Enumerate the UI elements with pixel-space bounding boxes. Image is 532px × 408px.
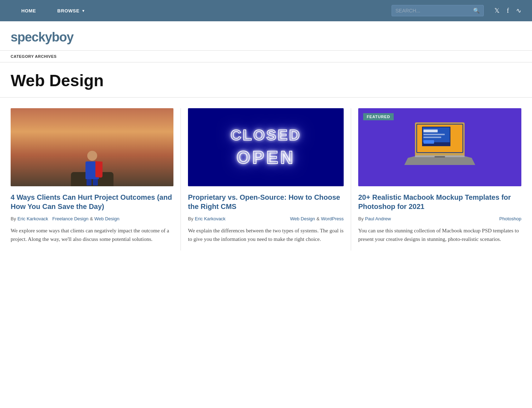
article-card-1: 4 Ways Clients Can Hurt Project Outcomes…	[11, 108, 181, 250]
article-image-1	[11, 108, 173, 186]
tag-3-0[interactable]: Photoshop	[499, 216, 521, 221]
author-3[interactable]: Paul Andrew	[365, 216, 391, 221]
page-title: Web Design	[11, 71, 521, 90]
nav-links: HOME BROWSE ▼	[11, 0, 96, 21]
meta-and-2: &	[316, 216, 320, 221]
article-grid: 4 Ways Clients Can Hurt Project Outcomes…	[11, 108, 521, 250]
article-excerpt-1: We explore some ways that clients can ne…	[11, 226, 173, 243]
featured-badge: FEATURED	[363, 113, 394, 120]
search-input[interactable]	[395, 8, 471, 13]
svg-rect-8	[423, 140, 434, 144]
tag-1-0[interactable]: Freelance Design	[52, 216, 89, 221]
logo-blue-text: boy	[52, 30, 73, 44]
superman-cape	[95, 161, 102, 178]
category-archives-bar: CATEGORY ARCHIVES	[0, 50, 532, 62]
article-image-3: FEATURED	[358, 108, 521, 186]
page-title-section: Web Design	[0, 62, 532, 97]
superman-body	[85, 161, 99, 179]
by-label-2: By	[188, 216, 193, 221]
nav-social: 𝕏 f ∿	[494, 7, 521, 15]
category-archives-label: CATEGORY ARCHIVES	[11, 54, 57, 59]
nav-browse[interactable]: BROWSE ▼	[47, 0, 96, 21]
meta-and-1: &	[90, 216, 93, 221]
svg-rect-10	[434, 156, 445, 158]
article-title-3[interactable]: 20+ Realistic Macbook Mockup Templates f…	[358, 193, 521, 211]
logo-black-text: specky	[11, 30, 52, 44]
svg-rect-6	[423, 134, 445, 135]
article-card-3: FEATURED	[351, 108, 521, 250]
svg-rect-5	[423, 129, 438, 132]
tag-1-1[interactable]: Web Design	[94, 216, 120, 221]
superman-figure	[82, 151, 103, 179]
svg-rect-7	[423, 137, 441, 138]
author-1[interactable]: Eric Karkovack	[17, 216, 48, 221]
neon-open-text: OPEN	[237, 147, 295, 168]
tag-2-1[interactable]: WordPress	[321, 216, 344, 221]
site-logo[interactable]: speckyboy	[11, 30, 521, 45]
macbook-illustration	[404, 119, 475, 176]
chevron-down-icon: ▼	[82, 9, 85, 13]
superman-head	[87, 151, 97, 161]
article-meta-2: By Eric Karkovack Web Design & WordPress	[188, 216, 344, 221]
superman-legs	[82, 179, 103, 186]
article-title-2[interactable]: Proprietary vs. Open-Source: How to Choo…	[188, 193, 344, 211]
tag-2-0[interactable]: Web Design	[290, 216, 315, 221]
article-meta-3: By Paul Andrew Photoshop	[358, 216, 521, 221]
facebook-icon[interactable]: f	[507, 7, 509, 15]
neon-closed-text: CLOSED	[231, 127, 301, 144]
nav-home[interactable]: HOME	[11, 0, 47, 21]
rss-icon[interactable]: ∿	[516, 7, 521, 15]
twitter-icon[interactable]: 𝕏	[494, 7, 500, 15]
article-excerpt-2: We explain the differences between the t…	[188, 226, 344, 243]
article-excerpt-3: You can use this stunning collection of …	[358, 226, 521, 243]
meta-sep-1	[50, 216, 51, 221]
search-icon[interactable]: 🔍	[471, 7, 480, 14]
by-label-1: By	[11, 216, 16, 221]
article-title-1[interactable]: 4 Ways Clients Can Hurt Project Outcomes…	[11, 193, 173, 211]
article-grid-wrapper: 4 Ways Clients Can Hurt Project Outcomes…	[0, 97, 532, 265]
article-meta-1: By Eric Karkovack Freelance Design & Web…	[11, 216, 173, 221]
article-image-2: CLOSED OPEN	[188, 108, 344, 186]
author-2[interactable]: Eric Karkovack	[195, 216, 226, 221]
search-wrapper: 🔍	[392, 5, 484, 16]
article-card-2: CLOSED OPEN Proprietary vs. Open-Source:…	[181, 108, 351, 250]
by-label-3: By	[358, 216, 364, 221]
site-header: speckyboy	[0, 21, 532, 50]
main-nav: HOME BROWSE ▼ 🔍 𝕏 f ∿	[0, 0, 532, 21]
